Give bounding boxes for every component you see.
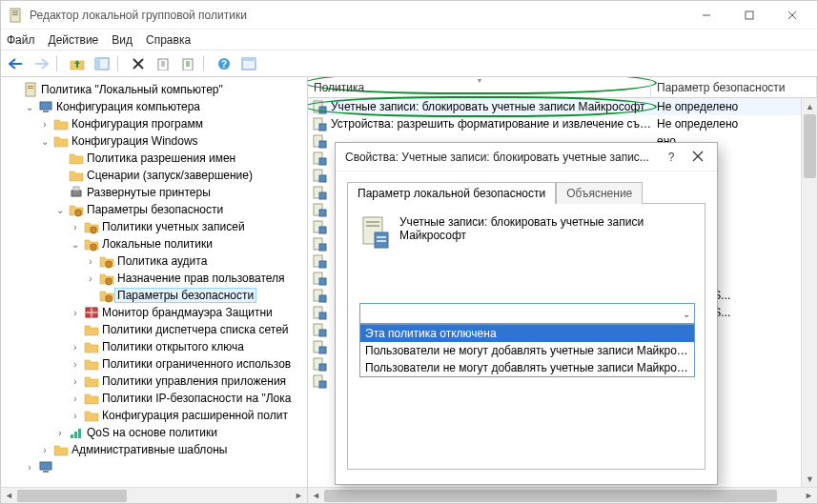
list-row[interactable]: Устройства: разрешить форматирование и и… xyxy=(308,115,817,132)
svg-rect-47 xyxy=(319,210,326,216)
twisty-icon[interactable]: ⌄ xyxy=(54,205,66,215)
toolbar-separator xyxy=(56,55,62,72)
dialog-help-button[interactable]: ? xyxy=(658,151,685,164)
tree-node[interactable]: ⌄Конфигурация компьютера xyxy=(5,98,307,115)
tree-node[interactable]: ›Монитор брандмауэра Защитни xyxy=(5,304,307,321)
tree-node[interactable]: ›QoS на основе политики xyxy=(5,424,307,441)
menu-help[interactable]: Справка xyxy=(146,33,191,47)
twisty-icon[interactable]: › xyxy=(70,222,81,232)
sort-indicator-icon: ▾ xyxy=(478,77,481,85)
twisty-icon[interactable]: › xyxy=(70,359,81,370)
firewall-icon xyxy=(84,305,99,320)
svg-rect-61 xyxy=(319,330,326,336)
tree-node-label: Политики ограниченного использов xyxy=(102,357,291,371)
tree-node[interactable]: Параметры безопасности xyxy=(5,287,307,304)
delete-button[interactable] xyxy=(127,53,150,74)
list-hscrollbar[interactable]: ◄ ► xyxy=(308,487,817,503)
twisty-icon[interactable]: › xyxy=(70,376,81,387)
menu-file[interactable]: Файл xyxy=(7,33,35,47)
tree-node[interactable]: ⌄Локальные политики xyxy=(5,235,307,252)
tree-node[interactable]: Политики диспетчера списка сетей xyxy=(5,321,307,338)
tree-hscrollbar[interactable]: ◄ ► xyxy=(1,487,307,503)
twisty-icon[interactable]: › xyxy=(39,445,51,455)
svg-rect-20 xyxy=(28,86,33,87)
folder-shield-icon xyxy=(99,288,114,303)
tree-node[interactable]: Развернутые принтеры xyxy=(5,184,307,201)
tree-node[interactable]: ⌄Конфигурация Windows xyxy=(5,132,307,150)
policy-icon xyxy=(359,215,390,250)
list-row[interactable]: Учетные записи: блокировать учетные запи… xyxy=(308,98,817,115)
list-cell-policy: Учетные записи: блокировать учетные запи… xyxy=(331,100,645,113)
policy-tree[interactable]: Политика "Локальный компьютер"⌄Конфигура… xyxy=(1,77,307,475)
tree-node[interactable]: ›Назначение прав пользователя xyxy=(5,270,307,287)
svg-text:?: ? xyxy=(221,59,227,70)
svg-rect-1 xyxy=(12,10,18,11)
twisty-icon[interactable]: › xyxy=(70,411,81,421)
forward-button[interactable] xyxy=(30,53,52,74)
tab-explanation[interactable]: Объяснение xyxy=(556,182,643,204)
back-button[interactable] xyxy=(5,53,28,74)
tree-node[interactable]: ›Административные шаблоны xyxy=(5,441,307,458)
twisty-icon[interactable]: › xyxy=(85,256,96,267)
svg-rect-59 xyxy=(319,312,326,319)
tree-node[interactable]: Политика разрешения имен xyxy=(5,150,307,167)
policy-icon xyxy=(312,305,327,320)
policy-icon xyxy=(312,322,327,337)
twisty-icon[interactable]: › xyxy=(39,119,51,130)
twisty-icon[interactable]: › xyxy=(85,273,96,284)
filter-button[interactable] xyxy=(237,53,260,74)
svg-rect-25 xyxy=(73,187,79,191)
tree-node[interactable]: ›Конфигурация программ xyxy=(5,115,307,132)
svg-rect-51 xyxy=(319,244,326,251)
list-cell-value: Не определено xyxy=(651,117,817,131)
tree-node[interactable]: Политика "Локальный компьютер" xyxy=(5,81,307,98)
twisty-icon[interactable]: › xyxy=(70,393,81,404)
tab-local-security[interactable]: Параметр локальной безопасности xyxy=(347,182,556,204)
svg-rect-53 xyxy=(319,261,326,268)
tree-node-label: Политика аудита xyxy=(117,254,207,268)
export-button[interactable] xyxy=(152,53,174,74)
tree-node[interactable]: ›Конфигурация расширенной полит xyxy=(5,407,307,424)
column-security[interactable]: Параметр безопасности xyxy=(651,77,817,97)
list-cell-policy: Устройства: разрешить форматирование и и… xyxy=(331,117,651,131)
dropdown-option[interactable]: Пользователи не могут добавлять учетные … xyxy=(360,359,694,376)
menu-action[interactable]: Действие xyxy=(49,33,99,47)
qos-icon xyxy=(69,425,84,440)
maximize-button[interactable] xyxy=(727,2,770,29)
policy-icon xyxy=(312,236,327,252)
tree-node[interactable]: ›Политики IP-безопасности на "Лока xyxy=(5,390,307,407)
help-button[interactable]: ? xyxy=(213,53,235,74)
twisty-icon[interactable]: › xyxy=(54,428,66,438)
dialog-close-button[interactable] xyxy=(685,150,711,165)
tree-node[interactable]: ›Политика аудита xyxy=(5,252,307,270)
twisty-icon[interactable]: › xyxy=(70,308,81,318)
show-hide-tree-button[interactable] xyxy=(91,53,113,74)
tree-node[interactable]: ›Политики открытого ключа xyxy=(5,338,307,355)
tree-node[interactable]: ›Политики ограниченного использов xyxy=(5,355,307,373)
app-icon xyxy=(9,8,24,23)
policy-value-combobox[interactable]: ⌄ xyxy=(359,303,695,324)
up-folder-button[interactable] xyxy=(66,53,89,74)
close-button[interactable] xyxy=(770,2,813,29)
minimize-button[interactable] xyxy=(685,2,727,29)
tree-node[interactable]: Сценарии (запуск/завершение) xyxy=(5,167,307,184)
tree-node[interactable]: ⌄Параметры безопасности xyxy=(5,201,307,218)
tree-node[interactable]: ›Политики учетных записей xyxy=(5,218,307,235)
svg-rect-10 xyxy=(95,58,100,70)
twisty-icon[interactable]: ⌄ xyxy=(39,136,51,147)
folder-shield-icon xyxy=(84,219,99,234)
column-policy[interactable]: ▾ Политика xyxy=(308,77,651,97)
properties-button[interactable] xyxy=(176,53,199,74)
tree-node-label: Локальные политики xyxy=(102,237,213,251)
list-vscrollbar[interactable]: ▲ ▼ xyxy=(801,98,817,487)
menu-view[interactable]: Вид xyxy=(112,33,133,47)
tree-node[interactable]: ›Политики управления приложения xyxy=(5,373,307,390)
folder-icon xyxy=(84,373,99,389)
svg-rect-43 xyxy=(319,175,326,182)
twisty-icon[interactable]: › xyxy=(70,342,81,353)
svg-rect-37 xyxy=(319,124,326,131)
dropdown-option[interactable]: Эта политика отключена xyxy=(360,325,694,342)
dropdown-option[interactable]: Пользователи не могут добавлять учетные … xyxy=(360,342,694,359)
twisty-icon[interactable]: ⌄ xyxy=(70,239,81,250)
twisty-icon[interactable]: ⌄ xyxy=(24,102,35,112)
